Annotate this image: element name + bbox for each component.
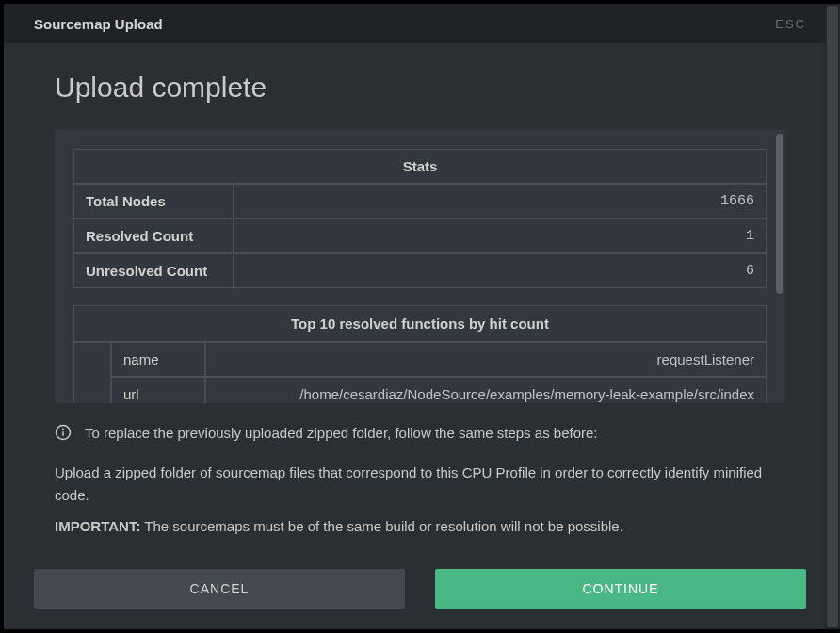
stats-value: 1666 xyxy=(234,184,767,219)
stats-value: 1 xyxy=(234,219,767,253)
stats-label: Unresolved Count xyxy=(73,253,234,288)
table-row: Unresolved Count 6 xyxy=(73,253,767,288)
stats-label: Resolved Count xyxy=(73,219,234,253)
outer-scrollbar-thumb[interactable] xyxy=(827,6,838,627)
function-value: /home/cesardiaz/NodeSource/examples/memo… xyxy=(205,377,767,403)
function-key: url xyxy=(111,377,205,403)
function-index-cell xyxy=(73,342,111,403)
sourcemap-upload-modal: Sourcemap Upload ESC Upload complete Sta… xyxy=(4,4,836,629)
function-key: name xyxy=(111,342,205,377)
modal-body: Upload complete Stats Total Nodes 1666 R… xyxy=(4,43,836,556)
modal-footer: CANCEL CONTINUE xyxy=(4,556,836,629)
important-text: The sourcemaps must be of the same build… xyxy=(140,518,623,534)
table-row: name requestListener xyxy=(73,342,767,377)
stats-value: 6 xyxy=(234,253,767,288)
replace-hint-line: To replace the previously uploaded zippe… xyxy=(55,424,785,441)
stats-table-header: Stats xyxy=(73,149,767,184)
stats-label: Total Nodes xyxy=(73,184,234,219)
info-section: To replace the previously uploaded zippe… xyxy=(55,424,785,546)
modal-title: Sourcemap Upload xyxy=(34,16,163,32)
functions-table-header: Top 10 resolved functions by hit count xyxy=(73,305,767,342)
esc-button[interactable]: ESC xyxy=(775,17,806,31)
inner-scrollbar-thumb[interactable] xyxy=(776,134,783,294)
stats-table: Stats Total Nodes 1666 Resolved Count 1 … xyxy=(73,149,767,288)
svg-point-2 xyxy=(63,430,64,430)
function-value: requestListener xyxy=(205,342,767,377)
page-heading: Upload complete xyxy=(55,72,785,104)
info-icon xyxy=(55,424,72,441)
outer-scrollbar[interactable] xyxy=(825,4,840,629)
table-row: Resolved Count 1 xyxy=(73,219,767,253)
cancel-button[interactable]: CANCEL xyxy=(34,569,405,609)
table-row: Total Nodes 1666 xyxy=(73,184,767,219)
results-scroll-panel[interactable]: Stats Total Nodes 1666 Resolved Count 1 … xyxy=(55,130,785,403)
table-row: url /home/cesardiaz/NodeSource/examples/… xyxy=(73,377,767,403)
resolved-functions-table: Top 10 resolved functions by hit count n… xyxy=(73,305,767,403)
upload-instructions: Upload a zipped folder of sourcemap file… xyxy=(55,462,785,506)
replace-hint-text: To replace the previously uploaded zippe… xyxy=(85,425,598,441)
continue-button[interactable]: CONTINUE xyxy=(435,569,806,609)
important-label: IMPORTANT: xyxy=(55,518,140,534)
modal-header: Sourcemap Upload ESC xyxy=(4,4,836,43)
important-note: IMPORTANT: The sourcemaps must be of the… xyxy=(55,515,785,537)
